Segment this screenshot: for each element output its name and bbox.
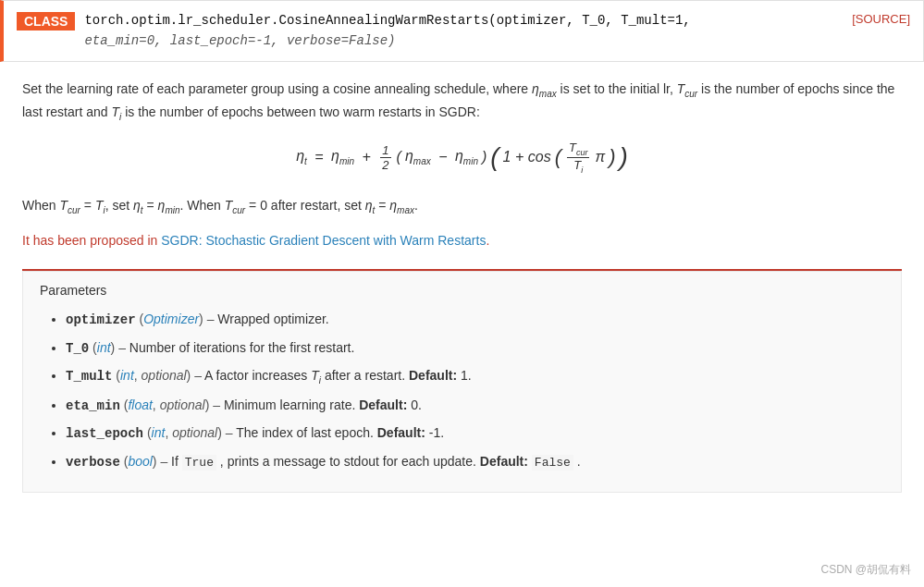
list-item: T_mult (int, optional) – A factor increa… bbox=[66, 365, 884, 388]
param-type-wrap: (float, optional) bbox=[124, 397, 210, 412]
param-type: int bbox=[120, 368, 134, 383]
class-signature: torch.optim.lr_scheduler.CosineAnnealing… bbox=[84, 10, 690, 52]
list-item: T_0 (int) – Number of iterations for the… bbox=[66, 337, 884, 359]
class-header: CLASS torch.optim.lr_scheduler.CosineAnn… bbox=[0, 0, 924, 62]
list-item: optimizer (Optimizer) – Wrapped optimize… bbox=[66, 309, 884, 330]
class-badge: CLASS bbox=[17, 12, 75, 31]
param-dash: – bbox=[118, 340, 129, 355]
param-dash: – bbox=[226, 425, 236, 440]
param-desc: Minimum learning rate. Default: 0. bbox=[224, 397, 422, 412]
list-item: last_epoch (int, optional) – The index o… bbox=[66, 422, 884, 444]
header-left: CLASS torch.optim.lr_scheduler.CosineAnn… bbox=[17, 10, 837, 52]
param-type: Optimizer bbox=[143, 312, 199, 326]
param-desc: The index of last epoch. Default: -1. bbox=[236, 425, 444, 440]
param-type-wrap: (bool) bbox=[124, 454, 157, 469]
param-type: float bbox=[128, 397, 152, 412]
proposed-line: It has been proposed in SGDR: Stochastic… bbox=[22, 230, 902, 252]
param-type: int bbox=[152, 425, 166, 440]
code-false: False bbox=[532, 455, 573, 471]
formula: ηt = ηmin + 1 2 ( ηmax − ηmin ) ( 1 + co… bbox=[22, 141, 902, 174]
param-name: last_epoch bbox=[66, 426, 143, 441]
code-true: True bbox=[182, 455, 216, 471]
param-type: bool bbox=[128, 454, 152, 469]
param-dash: – bbox=[160, 454, 171, 469]
param-desc: Wrapped optimizer. bbox=[217, 312, 328, 326]
param-name: eta_min bbox=[66, 398, 120, 413]
params-section: Parameters optimizer (Optimizer) – Wrapp… bbox=[22, 271, 902, 493]
param-dash: – bbox=[213, 397, 224, 412]
params-title: Parameters bbox=[40, 281, 884, 298]
signature-line1: torch.optim.lr_scheduler.CosineAnnealing… bbox=[84, 10, 690, 31]
params-list: optimizer (Optimizer) – Wrapped optimize… bbox=[40, 309, 884, 472]
param-type-wrap: (int, optional) bbox=[116, 368, 191, 383]
when-line: When Tcur = Ti, set ηt = ηmin. When Tcur… bbox=[22, 195, 902, 218]
param-dash: – bbox=[194, 368, 204, 383]
param-name: T_mult bbox=[66, 369, 112, 384]
formula-block: ηt = ηmin + 1 2 ( ηmax − ηmin ) ( 1 + co… bbox=[22, 141, 902, 174]
list-item: verbose (bool) – If True , prints a mess… bbox=[66, 451, 884, 473]
param-name: optimizer bbox=[66, 312, 136, 327]
sgdr-link[interactable]: SGDR: Stochastic Gradient Descent with W… bbox=[161, 233, 486, 248]
param-type-wrap: (int, optional) bbox=[147, 425, 222, 440]
param-type-wrap: (int) bbox=[92, 340, 115, 355]
param-type: int bbox=[97, 340, 111, 355]
param-name: verbose bbox=[66, 455, 120, 470]
param-type-wrap: (Optimizer) bbox=[140, 312, 203, 326]
signature-line2: eta_min=0, last_epoch=-1, verbose=False) bbox=[84, 31, 690, 51]
list-item: eta_min (float, optional) – Minimum lear… bbox=[66, 395, 884, 416]
param-name: T_0 bbox=[66, 341, 89, 356]
watermark: CSDN @胡侃有料 bbox=[820, 562, 911, 578]
main-content: Set the learning rate of each parameter … bbox=[0, 62, 924, 512]
param-desc: Number of iterations for the first resta… bbox=[129, 340, 355, 355]
source-link[interactable]: [SOURCE] bbox=[852, 12, 910, 26]
param-desc: If True , prints a message to stdout for… bbox=[171, 454, 581, 469]
description-text: Set the learning rate of each parameter … bbox=[22, 79, 902, 125]
param-dash: – bbox=[207, 312, 218, 326]
param-desc: A factor increases Ti after a restart. D… bbox=[204, 368, 472, 383]
